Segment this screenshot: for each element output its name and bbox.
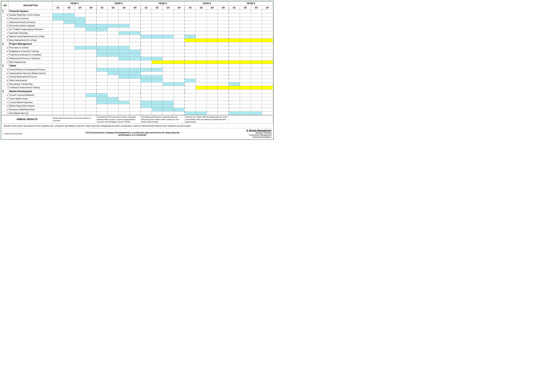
bar-cell-y5q3 <box>251 57 262 61</box>
item-sub-no: f <box>2 31 9 35</box>
item-sub-no: d <box>2 57 9 61</box>
bar-cell-y5q2 <box>240 57 251 61</box>
section-cell-y3q2 <box>152 89 163 93</box>
bar-cell-y5q3 <box>251 21 262 24</box>
bar-cell-y3q4 <box>174 104 185 108</box>
item-row: bProcesses & Controls <box>2 17 273 21</box>
y1q2-header: Q2 <box>64 6 74 9</box>
bar-cell-y5q3 <box>251 38 262 42</box>
bar-cell-y4q3 <box>207 97 218 101</box>
bar-cell-y5q4 <box>262 21 273 24</box>
item-desc: Future Market Goals <box>9 97 52 101</box>
bar-cell-y3q4 <box>174 31 185 35</box>
bar-cell-y5q4 <box>262 46 273 50</box>
bar-cell-y5q2 <box>240 68 251 72</box>
bar-cell-y4q2 <box>196 57 207 61</box>
bar-cell-y1q4 <box>86 38 96 42</box>
section-cell-y2q3 <box>119 64 130 68</box>
bar-cell-y4q3 <box>207 101 218 104</box>
bar-cell-y3q3 <box>163 71 174 75</box>
bar-cell-y5q4 <box>262 57 273 61</box>
section-row-3: 3Talent <box>2 64 273 68</box>
bar-cell-y4q3 <box>207 79 218 82</box>
bar-cell-y3q2 <box>152 97 163 101</box>
bar-cell-y4q3 <box>207 93 218 97</box>
section-cell-y5q3 <box>251 9 262 13</box>
bar-cell-y4q2 <box>196 75 207 79</box>
bar-cell-y4q2 <box>196 101 207 104</box>
bar-cell-y5q4 <box>262 79 273 82</box>
bar-cell-y3q4 <box>174 49 185 53</box>
y5q2-header: Q2 <box>240 6 251 9</box>
bar-cell-y5q3 <box>251 17 262 21</box>
bar-cell-y5q2 <box>240 31 251 35</box>
item-row: aCurrent Customers/Markets <box>2 93 273 97</box>
bar-cell-y5q1 <box>229 60 240 64</box>
bar-cell-y5q4 <box>262 38 273 42</box>
bar-cell-y3q4 <box>174 24 185 28</box>
bar-cell-y5q1 <box>229 38 240 42</box>
bar-cell-y1q1 <box>52 101 64 104</box>
bar-cell-y1q2 <box>64 57 74 61</box>
bar-cell-y2q3 <box>119 31 130 35</box>
bar-cell-y1q2 <box>64 86 74 90</box>
y2q1-header: Q1 <box>96 6 107 9</box>
section-cell-y2q1 <box>96 42 107 46</box>
bar-cell-y3q3 <box>163 21 174 24</box>
bar-cell-y2q4 <box>130 71 141 75</box>
bar-cell-y2q4 <box>130 21 141 24</box>
bar-cell-y1q3 <box>74 49 86 53</box>
bar-cell-y1q1 <box>52 31 64 35</box>
bar-cell-y1q3 <box>74 28 86 31</box>
bar-cell-y2q2 <box>108 111 119 115</box>
section-cell-y2q2 <box>108 42 119 46</box>
annual-results-row: ANNUAL RESULTS Better financial controls… <box>2 115 273 124</box>
bar-cell-y5q4 <box>262 71 273 75</box>
bar-cell-y3q2 <box>152 38 163 42</box>
bar-cell-y4q3 <box>207 24 218 28</box>
bar-cell-y5q3 <box>251 86 262 90</box>
bar-cell-y4q3 <box>207 13 218 17</box>
bar-cell-y5q1 <box>229 111 240 115</box>
bar-cell-y3q2 <box>152 57 163 61</box>
bar-cell-y5q2 <box>240 71 251 75</box>
section-cell-y2q2 <box>108 89 119 93</box>
bar-cell-y5q3 <box>251 108 262 112</box>
section-cell-y3q4 <box>174 9 185 13</box>
item-sub-no: a <box>2 68 9 72</box>
bar-cell-y4q2 <box>196 17 207 21</box>
bar-cell-y3q1 <box>141 53 152 57</box>
bar-cell-y2q2 <box>108 53 119 57</box>
bar-cell-y3q2 <box>152 93 163 97</box>
bar-cell-y1q1 <box>52 71 64 75</box>
bar-cell-y1q4 <box>86 35 96 39</box>
bar-cell-y4q2 <box>196 46 207 50</box>
bar-cell-y3q3 <box>163 24 174 28</box>
bar-cell-y2q1 <box>96 101 107 104</box>
item-sub-no: e <box>2 60 9 64</box>
bar-cell-y1q4 <box>86 60 96 64</box>
bar-cell-y1q1 <box>52 60 64 64</box>
bar-cell-y5q3 <box>251 49 262 53</box>
item-row: cCurrent Market Expansion <box>2 101 273 104</box>
bar-cell-y2q2 <box>108 101 119 104</box>
bar-cell-y3q1 <box>141 104 152 108</box>
bar-cell-y2q3 <box>119 57 130 61</box>
bar-cell-y2q1 <box>96 49 107 53</box>
bar-cell-y1q3 <box>74 68 86 72</box>
bar-cell-y2q1 <box>96 53 107 57</box>
bar-cell-y4q3 <box>207 82 218 86</box>
bar-cell-y1q3 <box>74 79 86 82</box>
bar-cell-y4q4 <box>218 21 229 24</box>
bar-cell-y5q2 <box>240 21 251 24</box>
bar-cell-y5q2 <box>240 79 251 82</box>
bar-cell-y5q1 <box>229 97 240 101</box>
section-no-1: 1 <box>2 9 9 13</box>
item-desc: Automatic Reporting <box>9 31 52 35</box>
bar-cell-y2q2 <box>108 97 119 101</box>
bar-cell-y3q4 <box>174 17 185 21</box>
bar-cell-y5q4 <box>262 111 273 115</box>
bar-cell-y1q1 <box>52 75 64 79</box>
bar-cell-y2q4 <box>130 46 141 50</box>
bar-cell-y4q3 <box>207 31 218 35</box>
